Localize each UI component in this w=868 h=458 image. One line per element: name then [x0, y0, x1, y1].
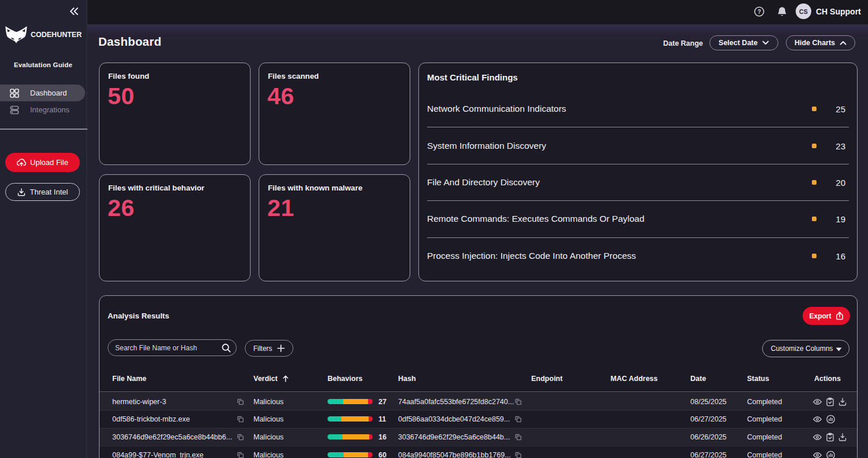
svg-text:?: ?	[757, 9, 761, 15]
